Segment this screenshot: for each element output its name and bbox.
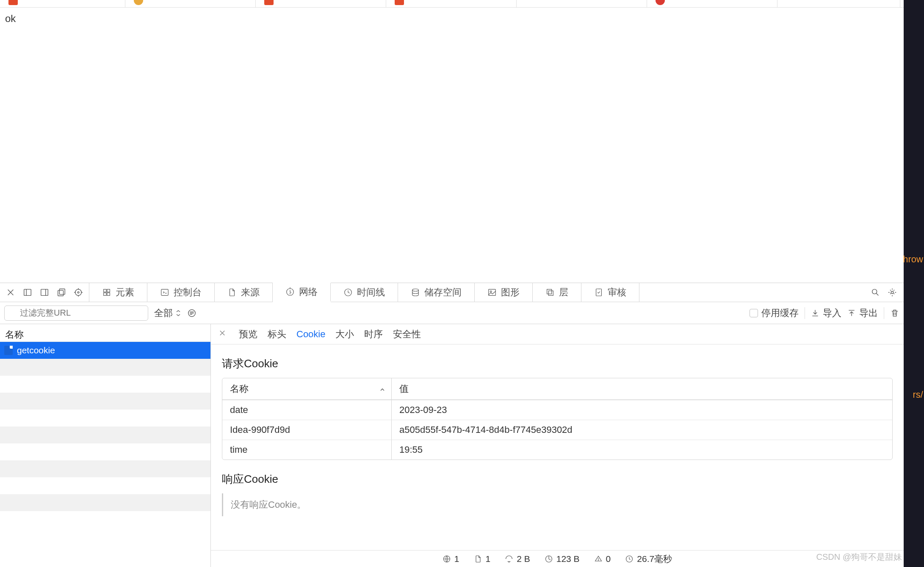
browser-tabs — [0, 0, 904, 8]
trash-icon[interactable] — [890, 308, 899, 318]
sort-asc-icon — [379, 384, 385, 395]
tab-layers[interactable]: 层 — [533, 283, 581, 302]
svg-point-25 — [872, 289, 877, 294]
status-resources: 123 B — [545, 554, 580, 564]
status-errors: 0 — [594, 554, 611, 564]
editor-side-strip: hrow rs/ — [904, 0, 924, 567]
status-domains: 1 — [474, 554, 491, 564]
svg-rect-14 — [104, 293, 106, 295]
request-list-header[interactable]: 名称 — [0, 324, 210, 342]
detail-tab-security[interactable]: 安全性 — [393, 328, 421, 341]
request-row-empty — [0, 443, 210, 460]
tab-graphics[interactable]: 图形 — [475, 283, 533, 302]
page-body: ok — [0, 8, 904, 283]
svg-point-6 — [75, 289, 82, 296]
status-requests: 1 — [443, 554, 459, 564]
file-icon — [4, 346, 13, 355]
close-detail-button[interactable] — [219, 329, 226, 339]
svg-rect-12 — [104, 289, 106, 292]
network-filter-bar: 全部 停用缓存 导入 导出 — [0, 302, 904, 324]
response-cookie-title: 响应Cookie — [222, 472, 893, 487]
filter-settings-icon[interactable] — [187, 308, 196, 318]
detail-tab-size[interactable]: 大小 — [335, 328, 354, 341]
cookie-table: 名称 值 date2023-09-23 Idea-990f7d9da505d55… — [222, 378, 893, 460]
editor-text-fragment: hrow — [903, 254, 923, 265]
svg-point-21 — [490, 291, 492, 292]
target-icon[interactable] — [74, 288, 83, 297]
browser-tab[interactable] — [777, 0, 900, 7]
request-row-empty — [0, 427, 210, 443]
request-row[interactable]: getcookie — [0, 342, 210, 359]
request-row-empty — [0, 410, 210, 427]
tab-elements[interactable]: 元素 — [89, 283, 147, 302]
favicon — [8, 0, 18, 5]
browser-tab[interactable] — [386, 0, 517, 7]
tab-sources[interactable]: 来源 — [215, 283, 273, 302]
browser-tab[interactable] — [125, 0, 256, 7]
import-button[interactable]: 导入 — [811, 307, 841, 319]
svg-rect-24 — [596, 289, 602, 296]
svg-point-7 — [77, 292, 79, 293]
request-row-empty — [0, 376, 210, 393]
detail-tab-cookies[interactable]: Cookie — [296, 329, 325, 340]
tab-timelines[interactable]: 时间线 — [331, 283, 398, 302]
svg-point-27 — [891, 291, 894, 294]
devtools-toolbar: 元素 控制台 来源 网络 时间线 储存空间 图形 层 审核 — [0, 283, 904, 302]
request-list: 名称 getcookie — [0, 324, 211, 567]
detail-tab-headers[interactable]: 标头 — [268, 328, 286, 341]
cookie-col-name[interactable]: 名称 — [222, 378, 392, 400]
request-row-empty — [0, 359, 210, 376]
cookie-row[interactable]: date2023-09-23 — [222, 400, 892, 420]
tab-audit[interactable]: 审核 — [581, 283, 639, 302]
favicon — [264, 0, 274, 5]
tab-console[interactable]: 控制台 — [147, 283, 215, 302]
editor-text-fragment: rs/ — [913, 389, 923, 400]
browser-tab[interactable] — [647, 0, 777, 7]
svg-rect-0 — [24, 289, 31, 296]
watermark: CSDN @狗哥不是甜妹 — [816, 551, 902, 563]
browser-tab[interactable] — [0, 0, 125, 7]
filter-type-dropdown[interactable]: 全部 — [154, 307, 181, 319]
request-row-empty — [0, 511, 210, 528]
favicon — [395, 0, 404, 5]
favicon — [134, 0, 143, 5]
svg-line-26 — [876, 293, 878, 295]
popout-icon[interactable] — [57, 288, 66, 297]
close-icon[interactable] — [6, 288, 15, 297]
checkbox-icon — [750, 309, 758, 317]
disable-cache-toggle[interactable]: 停用缓存 — [750, 307, 799, 319]
svg-rect-4 — [58, 290, 64, 296]
cookie-row[interactable]: time19:55 — [222, 440, 892, 460]
browser-tab[interactable] — [256, 0, 386, 7]
dock-left-icon[interactable] — [23, 288, 32, 297]
network-status-bar: 1 1 2 B 123 B 0 26.7毫秒 — [211, 550, 904, 567]
tab-network[interactable]: 网络 — [273, 283, 331, 302]
svg-point-19 — [412, 289, 419, 292]
cookie-col-value[interactable]: 值 — [392, 378, 892, 400]
cookie-row[interactable]: Idea-990f7d9da505d55f-547b-4714-8d4b-f77… — [222, 420, 892, 440]
status-time: 26.7毫秒 — [625, 553, 672, 565]
svg-rect-22 — [547, 289, 552, 294]
response-cookie-empty: 没有响应Cookie。 — [222, 493, 893, 516]
detail-tab-preview[interactable]: 预览 — [239, 328, 257, 341]
request-detail: 预览 标头 Cookie 大小 时序 安全性 请求Cookie 名称 — [211, 324, 904, 567]
svg-rect-2 — [41, 289, 48, 296]
svg-point-33 — [598, 560, 598, 560]
request-row-empty — [0, 477, 210, 494]
export-button[interactable]: 导出 — [847, 307, 878, 319]
browser-tab[interactable] — [517, 0, 647, 7]
page-response-text: ok — [5, 13, 16, 24]
svg-rect-5 — [59, 289, 65, 295]
svg-rect-15 — [107, 293, 110, 295]
request-row-empty — [0, 393, 210, 410]
request-cookie-title: 请求Cookie — [222, 356, 893, 371]
svg-rect-13 — [107, 289, 110, 292]
search-icon[interactable] — [871, 288, 880, 297]
tab-storage[interactable]: 储存空间 — [398, 283, 475, 302]
url-filter-input[interactable] — [4, 306, 148, 321]
dock-right-icon[interactable] — [40, 288, 49, 297]
settings-icon[interactable] — [888, 288, 897, 297]
request-row-empty — [0, 460, 210, 477]
svg-rect-23 — [548, 291, 553, 295]
detail-tab-timing[interactable]: 时序 — [364, 328, 383, 341]
